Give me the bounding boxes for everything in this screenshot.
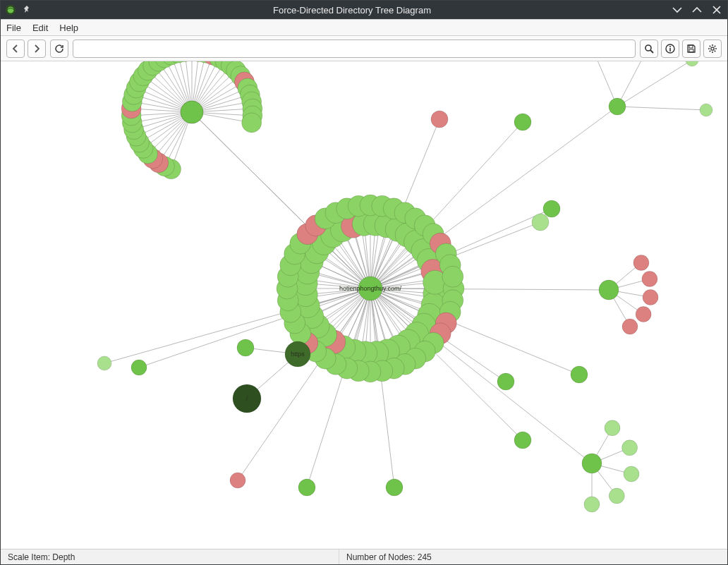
chevron-left-icon (11, 44, 20, 53)
graph-node[interactable] (624, 466, 639, 482)
graph-node[interactable] (543, 200, 560, 217)
menu-help[interactable]: Help (59, 23, 78, 33)
svg-rect-5 (669, 48, 671, 51)
graph-edge (370, 288, 609, 290)
window-maximize-button[interactable] (691, 4, 703, 16)
graph-node[interactable] (643, 289, 658, 305)
status-scale: Scale Item: Depth (1, 549, 339, 564)
graph-node[interactable] (609, 488, 624, 504)
graph-node[interactable] (298, 479, 315, 496)
graph-node[interactable] (386, 479, 403, 496)
save-icon (686, 44, 696, 54)
graph-node[interactable] (622, 319, 638, 334)
back-button[interactable] (6, 40, 25, 58)
status-nodes: Number of Nodes: 245 (339, 549, 439, 564)
graph-edge (617, 61, 692, 107)
graph-node[interactable] (233, 384, 261, 413)
window-title: Force-Directed Directory Tree Diagram (33, 5, 671, 16)
settings-button[interactable] (703, 40, 722, 58)
graph-edge (370, 288, 592, 463)
graph-node[interactable] (584, 497, 600, 512)
menubar: File Edit Help (1, 19, 727, 36)
graph-node[interactable] (230, 473, 245, 488)
pin-icon[interactable] (20, 4, 33, 16)
graph-canvas[interactable]: https/hotienphongthuy.com/ (1, 61, 727, 549)
info-icon (665, 44, 675, 54)
graph-node[interactable] (622, 440, 638, 456)
menu-file[interactable]: File (6, 23, 21, 33)
menu-edit[interactable]: Edit (32, 23, 48, 33)
status-nodes-label: Number of Nodes: (346, 552, 415, 562)
info-button[interactable] (661, 40, 679, 58)
graph-node[interactable] (571, 366, 588, 383)
svg-point-1 (8, 7, 14, 13)
graph-node[interactable] (686, 61, 698, 66)
graph-node[interactable] (181, 101, 203, 123)
graph-node[interactable] (497, 373, 514, 390)
app-window: Force-Directed Directory Tree Diagram Fi… (0, 0, 728, 565)
graph-node[interactable] (514, 114, 531, 130)
graph-node[interactable] (242, 113, 262, 133)
graph-svg[interactable]: https/hotienphongthuy.com/ (1, 61, 727, 549)
forward-button[interactable] (28, 40, 46, 58)
graph-node[interactable] (605, 420, 620, 436)
app-icon (5, 4, 16, 16)
graph-node[interactable] (636, 306, 651, 322)
graph-node[interactable] (642, 271, 657, 286)
svg-point-2 (645, 45, 651, 51)
refresh-icon (54, 44, 64, 54)
gear-icon (708, 44, 717, 54)
graph-node[interactable] (237, 339, 254, 356)
graph-node[interactable] (514, 432, 531, 449)
graph-node[interactable] (609, 98, 626, 115)
graph-edge (370, 288, 394, 487)
graph-node[interactable] (131, 360, 147, 375)
svg-point-4 (669, 46, 671, 47)
graph-edge (617, 107, 706, 110)
window-minimize-button[interactable] (671, 4, 684, 16)
graph-node[interactable] (285, 341, 310, 367)
svg-point-8 (711, 47, 714, 49)
search-input[interactable] (73, 40, 636, 58)
graph-node[interactable] (97, 356, 111, 370)
graph-edge (617, 61, 665, 107)
graph-node[interactable] (633, 255, 649, 270)
graph-node[interactable] (532, 214, 549, 231)
graph-node[interactable] (358, 277, 382, 300)
status-nodes-count: 245 (418, 552, 432, 562)
search-icon (644, 44, 654, 54)
chevron-right-icon (32, 44, 41, 53)
window-close-button[interactable] (710, 4, 723, 16)
graph-node[interactable] (599, 280, 619, 300)
graph-node[interactable] (582, 454, 602, 473)
titlebar: Force-Directed Directory Tree Diagram (1, 1, 727, 19)
graph-node[interactable] (431, 111, 448, 128)
toolbar (1, 36, 727, 61)
search-button[interactable] (640, 40, 658, 58)
statusbar: Scale Item: Depth Number of Nodes: 245 (1, 549, 727, 564)
graph-node[interactable] (442, 266, 463, 287)
save-button[interactable] (682, 40, 700, 58)
graph-node[interactable] (700, 104, 712, 116)
refresh-button[interactable] (50, 40, 68, 58)
